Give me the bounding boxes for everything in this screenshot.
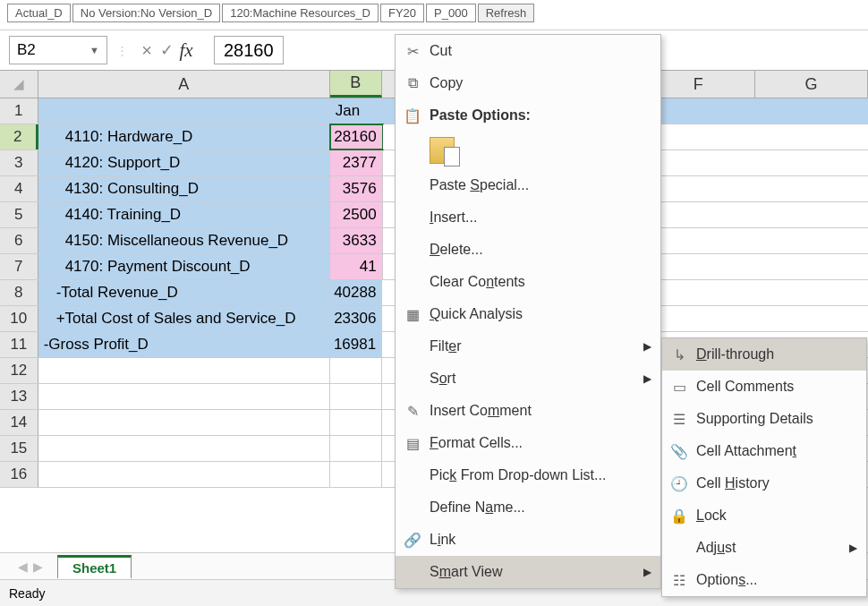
cell-a[interactable]: -Total Revenue_D [38,280,330,305]
smart-view-submenu: ↳Drill-through ▭Cell Comments ☰Supportin… [661,337,867,597]
cell-b[interactable]: 16981 [330,332,382,357]
menu-lock[interactable]: 🔒Lock [662,499,866,532]
row-header[interactable]: 15 [0,436,38,461]
row-header[interactable]: 12 [0,358,38,383]
cell[interactable] [38,410,330,435]
filter-fy[interactable]: FY20 [380,4,424,22]
sheet-tab-1[interactable]: Sheet1 [57,555,132,578]
format-icon: ▤ [403,435,422,452]
menu-format-cells[interactable]: ▤Format Cells... [396,427,660,459]
menu-copy[interactable]: ⧉Copy [396,67,660,99]
menu-cell-history[interactable]: 🕘Cell History [662,467,866,499]
divider: ⋮ [116,44,128,57]
sheet-nav-prev-icon[interactable]: ◀ [18,559,28,574]
menu-options[interactable]: ☷Options... [662,564,866,596]
select-all-corner[interactable]: ◢ [0,71,38,98]
menu-insert-comment[interactable]: ✎Insert Comment [396,395,660,427]
row-header[interactable]: 10 [0,306,38,331]
col-header-b[interactable]: B [330,71,382,98]
drill-icon: ↳ [669,346,689,363]
cell-b[interactable]: 23306 [330,306,382,331]
filter-actual[interactable]: Actual_D [7,4,71,22]
menu-clear-contents[interactable]: Clear Contents [396,266,660,298]
menu-sort[interactable]: Sort▶ [396,363,660,395]
col-header-g[interactable]: G [755,71,868,98]
cell-a[interactable]: +Total Cost of Sales and Service_D [38,306,330,331]
row-header[interactable]: 5 [0,202,38,227]
filter-version[interactable]: No Version:No Version_D [72,4,220,22]
cell[interactable] [38,436,330,461]
cell-b[interactable]: 2500 [330,202,382,227]
filter-p[interactable]: P_000 [426,4,476,22]
menu-pick-list[interactable]: Pick From Drop-down List... [396,459,660,491]
menu-drill-through[interactable]: ↳Drill-through [662,338,866,371]
chevron-right-icon: ▶ [849,542,857,554]
menu-cell-attachment[interactable]: 📎Cell Attachment [662,435,866,467]
cell[interactable] [330,436,382,461]
lock-icon: 🔒 [669,508,689,525]
comments-icon: ▭ [669,379,689,396]
row-header[interactable]: 11 [0,332,38,357]
paste-default-icon[interactable] [430,137,455,164]
cell[interactable] [330,384,382,409]
enter-icon[interactable]: ✓ [157,40,176,60]
menu-supporting-details[interactable]: ☰Supporting Details [662,403,866,435]
cell-a[interactable]: 4120: Support_D [38,150,331,175]
formula-value[interactable]: 28160 [214,36,284,64]
cell-b[interactable]: 3633 [330,228,382,253]
cell[interactable] [38,358,330,383]
scissors-icon: ✂ [403,43,422,60]
cell-a[interactable]: 4110: Hardware_D [38,124,331,149]
cell-b[interactable]: 28160 [330,124,382,149]
menu-adjust[interactable]: Adjust▶ [662,532,866,564]
attachment-icon: 📎 [669,443,689,460]
cell-b[interactable]: 3576 [330,176,382,201]
cell[interactable] [38,462,330,487]
paste-options-icons [396,132,660,169]
fx-icon[interactable]: fx [176,39,196,62]
row-header[interactable]: 1 [0,98,38,124]
cell-a[interactable]: 4130: Consulting_D [38,176,331,201]
cell-b[interactable]: Jan [330,98,382,124]
menu-paste-special[interactable]: Paste Special... [396,169,660,201]
col-header-a[interactable]: A [38,71,330,98]
cell-a[interactable]: 4170: Payment Discount_D [38,254,331,279]
menu-filter[interactable]: Filter▶ [396,330,660,363]
name-box[interactable]: B2 ▼ [9,36,107,64]
row-header[interactable]: 7 [0,254,38,279]
cell[interactable] [330,358,382,383]
row-header[interactable]: 4 [0,176,38,201]
cell-b[interactable]: 2377 [330,150,382,175]
row-header[interactable]: 14 [0,410,38,435]
cell-a[interactable]: -Gross Profit_D [38,332,330,357]
cell-b[interactable]: 40288 [330,280,382,305]
row-header[interactable]: 2 [0,124,38,149]
menu-smart-view[interactable]: Smart View▶ [396,556,660,588]
menu-insert[interactable]: Insert... [396,201,660,234]
filter-machine[interactable]: 120:Machine Resources_D [222,4,379,22]
row-header[interactable]: 6 [0,228,38,253]
dimension-filter-bar: Actual_D No Version:No Version_D 120:Mac… [0,0,868,30]
context-menu: ✂Cut ⧉Copy 📋Paste Options: Paste Special… [395,34,661,589]
cell-a[interactable]: 4140: Training_D [38,202,331,227]
row-header[interactable]: 8 [0,280,38,305]
row-header[interactable]: 13 [0,384,38,409]
cell-a[interactable] [38,98,330,124]
cell[interactable] [38,384,330,409]
cell-b[interactable]: 41 [330,254,382,279]
cell[interactable] [330,462,382,487]
menu-quick-analysis[interactable]: ▦Quick Analysis [396,298,660,330]
menu-define-name[interactable]: Define Name... [396,491,660,524]
refresh-button[interactable]: Refresh [478,4,535,22]
menu-cut[interactable]: ✂Cut [396,35,660,67]
menu-cell-comments[interactable]: ▭Cell Comments [662,371,866,403]
quick-analysis-icon: ▦ [403,306,422,323]
menu-link[interactable]: 🔗Link [396,524,660,556]
cell-a[interactable]: 4150: Miscellaneous Revenue_D [38,228,331,253]
sheet-nav-next-icon[interactable]: ▶ [33,559,43,574]
menu-delete[interactable]: Delete... [396,234,660,266]
cell[interactable] [330,410,382,435]
row-header[interactable]: 3 [0,150,38,175]
row-header[interactable]: 16 [0,462,38,487]
cancel-icon[interactable]: × [137,40,157,61]
